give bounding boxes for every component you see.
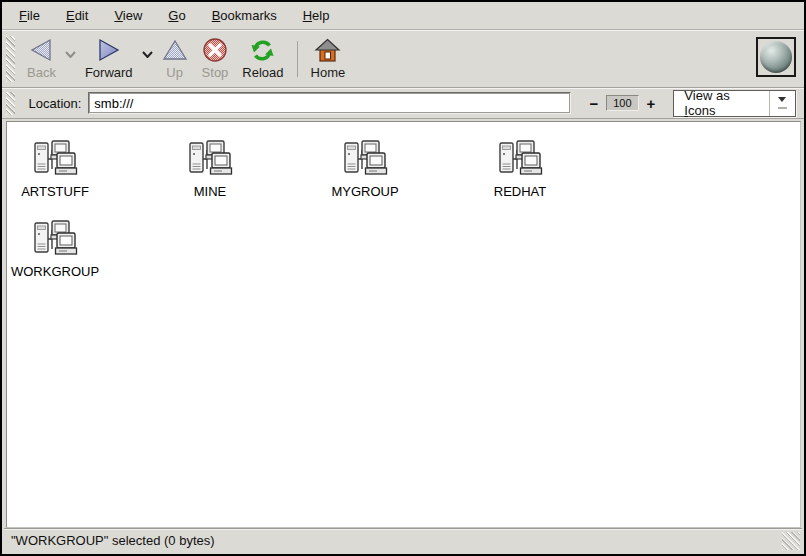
file-item-artstuff[interactable]: ARTSTUFF <box>7 138 103 199</box>
toolbar: Back Forward Up <box>2 30 804 88</box>
home-icon <box>314 36 341 64</box>
menu-go[interactable]: Go <box>155 2 198 29</box>
status-bar: "WORKGROUP" selected (0 bytes) <box>4 528 802 552</box>
view-as-dropdown-arrow <box>769 91 795 116</box>
file-item-label: MYGROUP <box>331 184 398 199</box>
reload-button[interactable]: Reload <box>235 33 290 85</box>
file-item-mine[interactable]: MINE <box>162 138 258 199</box>
view-as-dropdown[interactable]: View as Icons <box>673 90 796 117</box>
forward-button[interactable]: Forward <box>78 33 140 85</box>
file-item-workgroup[interactable]: WORKGROUP <box>7 218 103 279</box>
zoom-level-indicator[interactable]: 100 <box>606 95 638 111</box>
location-input[interactable] <box>88 92 571 114</box>
sphere-throbber-icon <box>760 41 792 73</box>
status-text: "WORKGROUP" selected (0 bytes) <box>11 533 215 548</box>
network-workgroup-icon <box>186 138 234 180</box>
toolbar-drag-handle[interactable] <box>6 36 15 82</box>
file-item-label: WORKGROUP <box>11 264 99 279</box>
network-workgroup-icon <box>496 138 544 180</box>
back-history-dropdown <box>63 51 78 58</box>
menu-bookmarks[interactable]: Bookmarks <box>199 2 290 29</box>
home-button[interactable]: Home <box>304 33 353 85</box>
toolbar-separator <box>297 41 298 77</box>
location-bar: Location: − 100 + View as Icons <box>2 88 804 119</box>
back-arrow-icon <box>28 36 54 64</box>
forward-arrow-icon <box>96 36 122 64</box>
file-item-label: ARTSTUFF <box>21 184 89 199</box>
file-item-redhat[interactable]: REDHAT <box>472 138 568 199</box>
menu-edit[interactable]: Edit <box>53 2 101 29</box>
file-manager-window: File Edit View Go Bookmarks Help Back <box>0 0 806 556</box>
zoom-in-button[interactable]: + <box>645 95 658 112</box>
forward-history-dropdown[interactable] <box>140 51 155 58</box>
zoom-out-button[interactable]: − <box>587 95 600 112</box>
resize-grip[interactable] <box>782 532 800 550</box>
stop-button: Stop <box>195 33 236 85</box>
location-bar-drag-handle[interactable] <box>6 92 15 115</box>
up-button: Up <box>155 33 195 85</box>
menu-help[interactable]: Help <box>290 2 343 29</box>
stop-icon <box>202 36 228 64</box>
file-item-label: MINE <box>194 184 227 199</box>
network-workgroup-icon <box>341 138 389 180</box>
zoom-controls: − 100 + <box>587 95 657 112</box>
reload-icon <box>249 36 276 64</box>
back-button: Back <box>20 33 63 85</box>
location-label: Location: <box>29 96 82 111</box>
network-workgroup-icon <box>31 218 79 260</box>
menu-file[interactable]: File <box>6 2 53 29</box>
menu-bar: File Edit View Go Bookmarks Help <box>2 2 804 30</box>
file-item-mygroup[interactable]: MYGROUP <box>317 138 413 199</box>
menu-view[interactable]: View <box>101 2 155 29</box>
file-item-label: REDHAT <box>494 184 546 199</box>
throbber <box>756 37 796 77</box>
network-workgroup-icon <box>31 138 79 180</box>
up-arrow-icon <box>162 36 188 64</box>
file-view[interactable]: ARTSTUFF MINE <box>6 121 801 528</box>
